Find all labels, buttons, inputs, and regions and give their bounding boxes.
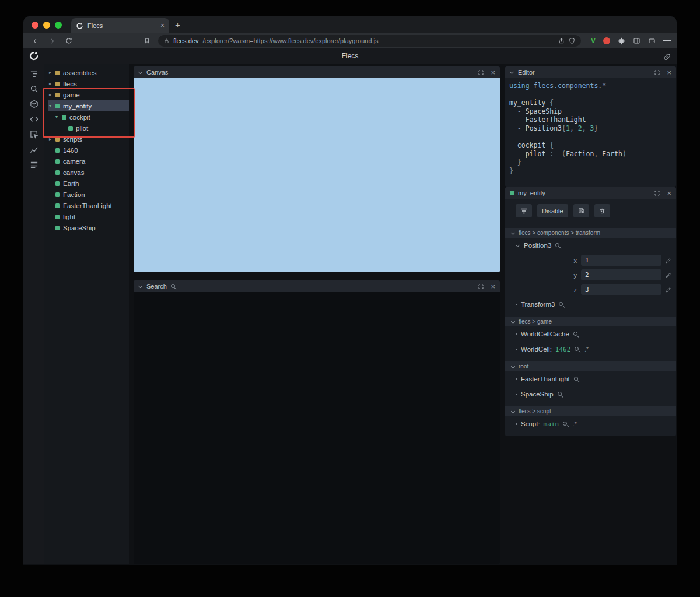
app-main: ▸assemblies▸flecs▸game▾my_entity▾cockpit… — [23, 64, 677, 564]
address-bar[interactable]: flecs.dev /explorer/?wasm=https://www.fl… — [158, 35, 581, 47]
pair-wildcard-suffix[interactable]: .* — [573, 421, 577, 427]
link-icon[interactable] — [663, 52, 671, 63]
chevron-down-icon[interactable] — [138, 70, 143, 75]
browser-tab[interactable]: Flecs × — [71, 18, 169, 33]
chevron-down-icon[interactable] — [510, 70, 514, 75]
inspector-section-header[interactable]: root — [505, 361, 676, 371]
collapse-arrow-icon[interactable]: ▾ — [48, 103, 52, 108]
sidebar-toggle-icon[interactable] — [633, 37, 640, 44]
tree-item-assemblies[interactable]: ▸assemblies — [48, 67, 129, 78]
search-icon[interactable] — [562, 421, 569, 427]
red-extension-icon[interactable] — [603, 37, 610, 44]
fullscreen-icon[interactable] — [478, 284, 484, 289]
bookmark-icon[interactable] — [141, 35, 153, 47]
editor-panel-header: Editor × — [505, 66, 676, 78]
component-field-y: y2 — [505, 268, 676, 282]
close-icon[interactable]: × — [667, 189, 671, 197]
canvas-viewport[interactable] — [134, 78, 500, 272]
section-label: flecs > script — [519, 408, 551, 415]
tree-item-FasterThanLight[interactable]: FasterThanLight — [48, 200, 129, 211]
fullscreen-icon[interactable] — [654, 70, 660, 75]
edit-icon[interactable] — [666, 258, 671, 264]
component-row-WorldCellCache[interactable]: WorldCellCache — [505, 326, 676, 342]
component-row-SpaceShip[interactable]: SpaceShip — [505, 387, 676, 402]
inspector-section-header[interactable]: flecs > script — [505, 406, 676, 416]
tree-item-SpaceShip[interactable]: SpaceShip — [48, 222, 129, 233]
field-value-input[interactable]: 2 — [581, 269, 662, 280]
forward-icon[interactable] — [46, 35, 58, 47]
component-row-WorldCell[interactable]: WorldCell:1462.* — [505, 342, 676, 357]
tree-item-label: Faction — [63, 191, 85, 198]
fullscreen-icon[interactable] — [478, 70, 484, 75]
rows-icon[interactable] — [26, 157, 41, 171]
delete-button[interactable] — [594, 204, 610, 217]
expand-arrow-icon[interactable]: ▸ — [48, 70, 52, 75]
tree-item-canvas[interactable]: canvas — [48, 167, 129, 178]
tree-icon[interactable] — [26, 66, 41, 80]
tree-item-scripts[interactable]: ▸scripts — [48, 134, 129, 145]
component-row-Position3[interactable]: Position3 — [505, 238, 676, 253]
tree-item-light[interactable]: light — [48, 211, 129, 222]
close-icon[interactable]: × — [491, 69, 495, 76]
zoom-window-button[interactable] — [55, 22, 62, 29]
close-icon[interactable]: × — [491, 283, 495, 290]
search-icon[interactable] — [26, 82, 41, 96]
code-editor[interactable]: using flecs.components.* my_entity { - S… — [505, 78, 676, 187]
cube-icon[interactable] — [26, 97, 41, 111]
vue-extension-icon[interactable]: V — [591, 37, 596, 45]
expand-arrow-icon[interactable]: ▸ — [48, 81, 52, 86]
shield-icon[interactable] — [569, 37, 575, 44]
component-row-Script[interactable]: Script:main.* — [505, 416, 676, 431]
chart-icon[interactable] — [26, 142, 41, 156]
tree-item-camera[interactable]: camera — [48, 156, 129, 167]
tree-item-Earth[interactable]: Earth — [48, 178, 129, 189]
new-tab-button[interactable]: + — [175, 20, 180, 30]
minimize-window-button[interactable] — [43, 22, 50, 29]
search-icon[interactable] — [573, 331, 579, 338]
component-row-Transform3[interactable]: Transform3 — [505, 297, 676, 312]
chevron-down-icon[interactable] — [516, 243, 520, 248]
edit-icon[interactable] — [666, 272, 671, 278]
tree-item-Faction[interactable]: Faction — [48, 189, 129, 200]
inspector-section-header[interactable]: flecs > components > transform — [505, 228, 676, 238]
menu-icon[interactable] — [663, 38, 671, 44]
inspector-section-header[interactable]: flecs > game — [505, 317, 676, 326]
search-icon[interactable] — [557, 391, 564, 398]
tree-item-cockpit[interactable]: ▾cockpit — [48, 111, 129, 122]
expand-arrow-icon[interactable]: ▸ — [48, 136, 52, 142]
search-icon[interactable] — [573, 376, 580, 382]
expand-arrow-icon[interactable]: ▸ — [48, 92, 52, 97]
collapse-arrow-icon[interactable]: ▾ — [54, 114, 59, 120]
edit-icon[interactable] — [666, 287, 671, 293]
section-label: root — [519, 363, 528, 370]
browser-tab-strip: Flecs × + — [23, 16, 677, 33]
code-icon[interactable] — [26, 112, 41, 126]
search-icon[interactable] — [555, 243, 561, 249]
component-row-FasterThanLight[interactable]: FasterThanLight — [505, 371, 676, 387]
tree-item-my_entity[interactable]: ▾my_entity — [48, 100, 129, 111]
disable-button[interactable]: Disable — [537, 204, 568, 217]
tree-item-pilot[interactable]: pilot — [48, 122, 129, 134]
entity-icon — [55, 148, 60, 153]
close-icon[interactable]: × — [667, 69, 671, 76]
filter-button[interactable] — [516, 204, 532, 217]
tree-item-flecs[interactable]: ▸flecs — [48, 78, 129, 89]
save-button[interactable] — [573, 204, 589, 217]
share-icon[interactable] — [558, 37, 565, 44]
inspect-icon[interactable] — [26, 127, 41, 141]
tree-item-game[interactable]: ▸game — [48, 89, 129, 100]
wallet-icon[interactable] — [648, 37, 656, 44]
reload-icon[interactable] — [63, 35, 75, 47]
search-icon[interactable] — [574, 346, 580, 353]
tab-close-icon[interactable]: × — [160, 22, 164, 29]
puzzle-icon[interactable] — [618, 37, 625, 45]
fullscreen-icon[interactable] — [654, 191, 660, 196]
pair-wildcard-suffix[interactable]: .* — [584, 346, 589, 353]
field-value-input[interactable]: 3 — [581, 284, 662, 295]
chevron-down-icon[interactable] — [138, 284, 143, 289]
tree-item-1460[interactable]: 1460 — [48, 145, 129, 156]
close-window-button[interactable] — [32, 22, 38, 29]
back-icon[interactable] — [29, 35, 41, 47]
field-value-input[interactable]: 1 — [581, 255, 662, 266]
search-icon[interactable] — [558, 301, 565, 308]
